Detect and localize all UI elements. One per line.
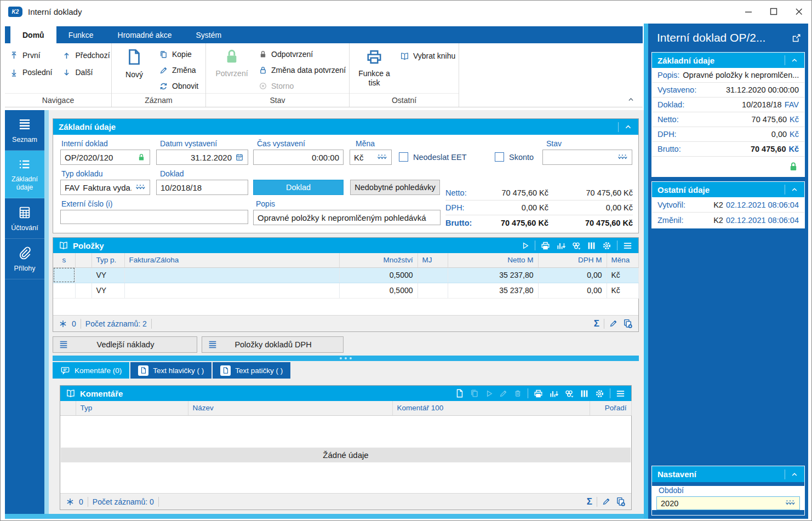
interni-doklad-input[interactable] (65, 153, 134, 162)
dropdown-icon[interactable] (135, 184, 146, 191)
vedlejsi-naklady-button[interactable]: Vedlejší náklady (53, 336, 197, 353)
horizontal-splitter[interactable] (53, 356, 639, 361)
new-button[interactable]: Nový (118, 48, 150, 93)
mena-combo[interactable]: Kč (350, 150, 392, 165)
snowflake-icon[interactable] (59, 319, 67, 328)
col-typ[interactable]: Typ (76, 401, 188, 415)
columns-icon[interactable] (579, 388, 590, 399)
doklad-button[interactable]: Doklad (253, 180, 344, 195)
cas-input[interactable] (258, 153, 339, 162)
copy-add-icon[interactable] (615, 496, 626, 507)
dropdown-icon[interactable] (376, 154, 387, 161)
datum-input[interactable] (161, 153, 232, 162)
dropdown-icon[interactable] (617, 154, 628, 161)
col-faktura[interactable]: Faktura/Záloha (124, 253, 339, 267)
refresh-button[interactable]: Obnovit (159, 80, 198, 92)
interni-doklad-field[interactable] (60, 150, 150, 165)
ribbon-collapse-button[interactable] (627, 95, 635, 104)
table-row[interactable]: VY 0,5000 35 237,80 0,00 Kč (53, 267, 638, 283)
collapse-section-button[interactable] (790, 470, 799, 479)
analysis-icon[interactable] (571, 241, 581, 251)
ribbon-tab-domu[interactable]: Domů (10, 26, 56, 43)
typ-dokladu-combo[interactable]: FAV Faktura vyda... (60, 180, 150, 195)
focus-cell[interactable] (53, 267, 75, 283)
tab-text-hlavicky[interactable]: Text hlavičky ( ) (130, 362, 211, 379)
chart-icon[interactable] (548, 388, 559, 399)
analysis-icon[interactable] (564, 388, 574, 399)
edit-pencil-icon[interactable] (609, 319, 618, 328)
bottom-splitter[interactable] (5, 514, 644, 519)
collapse-section-button[interactable] (790, 185, 799, 194)
edit-pencil-icon[interactable] (602, 497, 611, 506)
cas-field[interactable] (253, 150, 344, 165)
col-mena[interactable]: Měna (607, 253, 638, 267)
col-dph[interactable]: DPH M (538, 253, 607, 267)
snowflake-icon[interactable] (66, 497, 75, 506)
col-blank[interactable] (60, 401, 76, 415)
neodeslat-eet-checkbox[interactable]: Neodeslat EET (399, 152, 467, 162)
run-icon[interactable] (521, 241, 530, 250)
sidebar-item-seznam[interactable]: Seznam (5, 110, 44, 151)
collapse-section-button[interactable] (790, 56, 799, 65)
sidebar-splitter[interactable] (44, 110, 49, 514)
maximize-button[interactable] (761, 3, 786, 20)
next-button[interactable]: Další (62, 66, 110, 78)
skonto-checkbox[interactable]: Skonto (495, 152, 534, 162)
open-external-icon[interactable] (791, 33, 802, 43)
calendar-icon[interactable] (235, 153, 244, 162)
doklad-input[interactable] (161, 183, 244, 192)
doklad-field[interactable] (156, 180, 248, 195)
settings-gear-icon[interactable] (602, 241, 612, 251)
close-button[interactable] (786, 3, 811, 20)
sum-icon[interactable]: Σ (587, 496, 592, 507)
menu-icon[interactable] (622, 241, 633, 251)
copy-button[interactable]: Kopie (159, 48, 198, 60)
nedobytne-pohledavky-button[interactable]: Nedobytné pohledávky (350, 180, 440, 195)
functions-print-button[interactable]: Funkce a tisk (356, 48, 392, 93)
unconfirm-button[interactable]: Odpotvrzení (259, 48, 346, 60)
col-typ[interactable]: Typ p. (92, 253, 124, 267)
col-blank[interactable] (75, 253, 92, 267)
change-confirm-date-button[interactable]: Změna data potvrzení (259, 64, 346, 76)
col-mj[interactable]: MJ (418, 253, 448, 267)
popis-field[interactable] (253, 210, 441, 225)
ribbon-tab-hromadne-akce[interactable]: Hromadné akce (106, 26, 184, 43)
copy-add-icon[interactable] (622, 318, 633, 329)
checkbox[interactable] (495, 152, 504, 162)
tab-komentare[interactable]: Komentáře (0) (53, 362, 129, 379)
datum-field[interactable] (156, 150, 248, 165)
popis-input[interactable] (258, 213, 436, 222)
obdobi-combo[interactable]: 2020 (656, 496, 800, 510)
sidebar-item-uctovani[interactable]: Účtování (5, 198, 44, 239)
checkbox[interactable] (399, 152, 408, 162)
ribbon-tab-funkce[interactable]: Funkce (56, 26, 106, 43)
select-book-button[interactable]: Vybrat knihu (400, 50, 455, 62)
collapse-panel-button[interactable] (624, 122, 633, 131)
chart-icon[interactable] (556, 241, 566, 251)
menu-icon[interactable] (615, 388, 626, 399)
previous-button[interactable]: Předchozí (62, 49, 110, 61)
settings-gear-icon[interactable] (594, 388, 605, 399)
columns-icon[interactable] (586, 241, 597, 251)
minimize-button[interactable] (736, 3, 761, 20)
stav-combo[interactable] (542, 150, 632, 165)
dropdown-icon[interactable] (785, 500, 796, 507)
externi-cislo-input[interactable] (65, 213, 244, 222)
preview-splitter[interactable] (644, 24, 648, 519)
externi-cislo-field[interactable] (60, 210, 248, 224)
sum-icon[interactable]: Σ (594, 318, 599, 329)
col-mnozstvi[interactable]: Množství (339, 253, 418, 267)
col-poradi[interactable]: Pořadí (590, 401, 631, 415)
last-button[interactable]: Poslední (9, 66, 52, 78)
print-icon[interactable] (540, 241, 551, 251)
ribbon-tab-system[interactable]: Systém (184, 26, 233, 43)
table-row[interactable]: VY 0,5000 35 237,80 0,00 Kč (53, 283, 638, 298)
tab-text-paticky[interactable]: Text patičky ( ) (213, 362, 290, 379)
sidebar-item-prilohy[interactable]: Přílohy (5, 239, 44, 279)
col-nazev[interactable]: Název (188, 401, 392, 415)
first-button[interactable]: První (9, 49, 52, 61)
polozky-dph-button[interactable]: Položky dokladů DPH (202, 336, 344, 353)
new-record-icon[interactable] (455, 388, 465, 398)
print-icon[interactable] (533, 388, 544, 399)
col-s[interactable]: s (53, 253, 75, 267)
